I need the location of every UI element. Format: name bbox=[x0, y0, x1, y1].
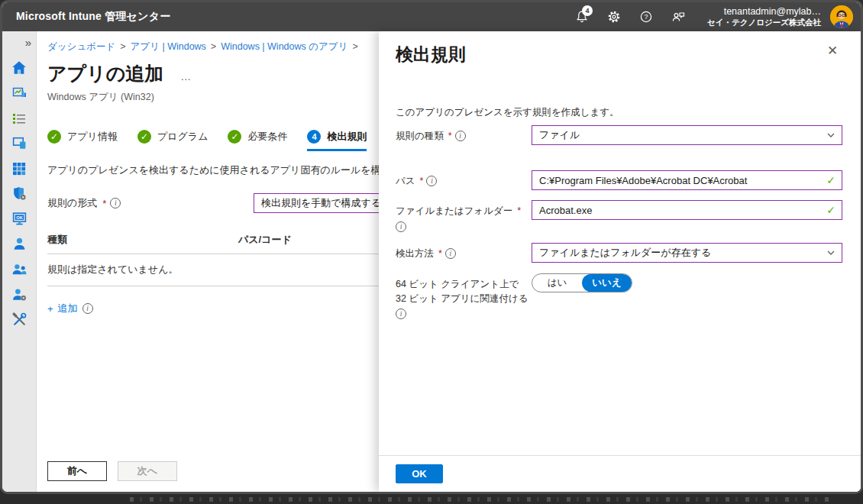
info-icon[interactable]: i bbox=[82, 303, 93, 314]
step-detection-rules[interactable]: 4 検出規則 bbox=[307, 130, 367, 151]
tenant-name: セイ・テクノロジーズ株式会社 bbox=[707, 18, 821, 27]
sidebar-item-troubleshooting[interactable] bbox=[6, 307, 32, 332]
sidebar-item-reports[interactable]: OK bbox=[6, 206, 32, 231]
detection-method-label: 検出方法* i bbox=[396, 243, 532, 261]
feedback-button[interactable] bbox=[664, 3, 692, 31]
help-button[interactable]: ? bbox=[632, 3, 660, 31]
taskbar-noise bbox=[130, 497, 832, 502]
check-circle-icon: ✓ bbox=[228, 130, 241, 144]
column-header-type: 種類 bbox=[47, 233, 238, 247]
devices-icon bbox=[11, 135, 27, 151]
page-title: アプリの追加 bbox=[47, 61, 163, 86]
rule-type-label: 規則の種類* i bbox=[396, 125, 532, 144]
check-circle-icon: ✓ bbox=[137, 130, 151, 144]
breadcrumb-link-windows-apps[interactable]: Windows | Windows のアプリ bbox=[221, 41, 347, 52]
rule-type-select[interactable]: ファイル bbox=[532, 125, 842, 145]
home-icon bbox=[11, 60, 27, 76]
app-title: Microsoft Intune 管理センター bbox=[16, 10, 170, 24]
panel-description: このアプリのプレゼンスを示す規則を作成します。 bbox=[396, 106, 844, 119]
info-icon[interactable]: i bbox=[426, 176, 437, 186]
feedback-icon bbox=[671, 10, 686, 24]
notification-badge: 4 bbox=[582, 5, 593, 16]
path-input[interactable] bbox=[532, 170, 842, 190]
rule-format-label: 規則の形式* i bbox=[47, 196, 254, 210]
reports-icon: OK bbox=[11, 211, 27, 227]
endpoint-security-icon bbox=[11, 186, 27, 202]
required-marker: * bbox=[102, 198, 106, 209]
toggle-option-yes[interactable]: はい bbox=[532, 274, 582, 292]
step-program[interactable]: ✓ プログラム bbox=[137, 130, 208, 149]
notifications-button[interactable]: 4 bbox=[568, 3, 596, 31]
sidebar-item-devices[interactable] bbox=[6, 131, 32, 156]
settings-button[interactable] bbox=[600, 3, 628, 31]
users-icon bbox=[11, 236, 27, 252]
previous-button[interactable]: 前へ bbox=[47, 461, 107, 481]
help-icon: ? bbox=[639, 10, 653, 24]
panel-title: 検出規則 bbox=[396, 43, 844, 66]
dashboard-icon bbox=[11, 86, 27, 101]
info-icon[interactable]: i bbox=[110, 198, 121, 208]
detection-rule-flyout: 検出規則 ✕ このアプリのプレゼンスを示す規則を作成します。 規則の種類* i … bbox=[379, 31, 861, 492]
chevron-double-right-icon[interactable]: » bbox=[25, 36, 31, 49]
tenant-admin-icon bbox=[11, 286, 27, 302]
svg-text:?: ? bbox=[645, 13, 648, 21]
step-number-badge: 4 bbox=[307, 130, 321, 144]
close-icon[interactable]: ✕ bbox=[826, 44, 839, 57]
user-email: tenantadmin@mylab… bbox=[707, 6, 821, 18]
sidebar-item-apps[interactable] bbox=[6, 156, 32, 181]
associate-32bit-toggle: はい いいえ bbox=[532, 273, 632, 292]
chevron-down-icon bbox=[827, 132, 835, 138]
chevron-down-icon bbox=[827, 250, 835, 256]
user-avatar[interactable] bbox=[830, 5, 853, 28]
sidebar-item-groups[interactable] bbox=[6, 257, 32, 282]
troubleshooting-icon bbox=[11, 312, 27, 328]
associate-32bit-label: 64 ビット クライアント上で 32 ビット アプリに関連付ける i bbox=[396, 273, 532, 320]
info-icon[interactable]: i bbox=[396, 309, 406, 319]
info-icon[interactable]: i bbox=[396, 221, 406, 232]
check-circle-icon: ✓ bbox=[47, 130, 61, 144]
detection-method-select[interactable]: ファイルまたはフォルダーが存在する bbox=[532, 243, 842, 263]
groups-icon bbox=[11, 261, 27, 277]
user-info[interactable]: tenantadmin@mylab… セイ・テクノロジーズ株式会社 bbox=[707, 6, 821, 28]
svg-text:OK: OK bbox=[16, 215, 23, 220]
os-taskbar-sliver bbox=[0, 493, 863, 504]
top-bar: Microsoft Intune 管理センター 4 bbox=[2, 2, 861, 31]
sidebar-item-tenant-admin[interactable] bbox=[6, 282, 32, 307]
apps-icon bbox=[11, 161, 27, 176]
wizard-footer: 前へ 次へ bbox=[47, 461, 177, 481]
topbar-actions: 4 ? bbox=[568, 3, 853, 31]
sidebar-item-home[interactable] bbox=[6, 55, 32, 80]
file-folder-label: ファイルまたはフォルダー* i bbox=[396, 200, 532, 232]
breadcrumb-link-apps-windows[interactable]: アプリ | Windows bbox=[131, 41, 206, 52]
plus-icon: + bbox=[47, 303, 53, 315]
sidebar-item-endpoint-security[interactable] bbox=[6, 181, 32, 206]
gear-icon bbox=[607, 10, 621, 24]
all-services-icon bbox=[11, 111, 27, 126]
sidebar-item-dashboard[interactable] bbox=[6, 80, 32, 105]
info-icon[interactable]: i bbox=[445, 248, 456, 259]
step-app-info[interactable]: ✓ アプリ情報 bbox=[47, 130, 118, 149]
browser-window: Microsoft Intune 管理センター 4 bbox=[0, 0, 863, 494]
add-rule-link[interactable]: + 追加 i bbox=[47, 302, 93, 315]
toggle-option-no[interactable]: いいえ bbox=[582, 274, 632, 292]
step-requirements[interactable]: ✓ 必要条件 bbox=[228, 130, 287, 149]
next-button[interactable]: 次へ bbox=[118, 461, 177, 481]
file-folder-input[interactable] bbox=[532, 200, 842, 220]
ok-button[interactable]: OK bbox=[396, 464, 443, 483]
sidebar-item-all-services[interactable] bbox=[6, 105, 32, 131]
left-nav: » bbox=[2, 31, 37, 492]
info-icon[interactable]: i bbox=[455, 131, 466, 141]
page-context-menu[interactable]: … bbox=[180, 70, 192, 82]
path-label: パス* i bbox=[396, 170, 532, 189]
panel-footer: OK bbox=[379, 455, 861, 492]
sidebar-item-users[interactable] bbox=[6, 231, 32, 257]
breadcrumb-link-dashboard[interactable]: ダッシュボード bbox=[47, 41, 115, 52]
column-header-path-code: パス/コード bbox=[238, 233, 292, 247]
